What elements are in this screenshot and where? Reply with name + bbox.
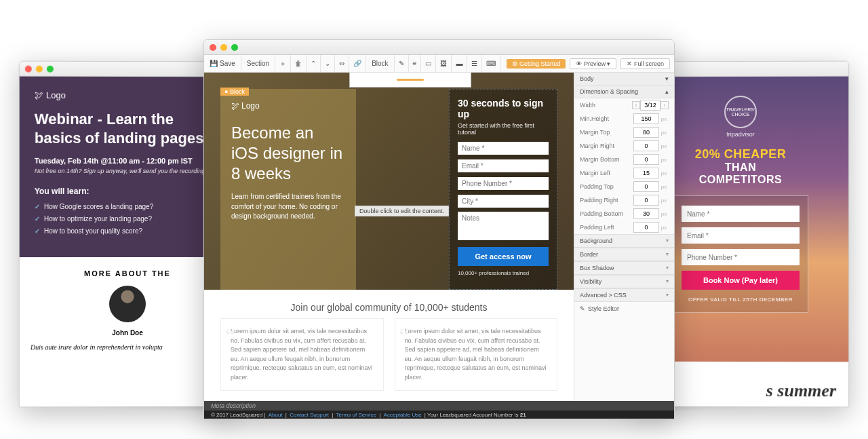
properties-panel: Body▾ Dimension & Spacing▴ Width ‹ › Min… (574, 73, 674, 401)
block-button[interactable]: Block (366, 55, 394, 73)
promo-line-2: THAN (648, 161, 833, 174)
minimize-icon[interactable] (220, 44, 227, 51)
expand-icon[interactable]: ⇔ (335, 55, 349, 73)
style-editor-button[interactable]: ✎ Style Editor (574, 302, 674, 316)
prop-input[interactable] (633, 168, 659, 178)
prop-input[interactable] (633, 140, 659, 151)
prop-row: Min.Heightpx (574, 112, 674, 126)
section-button[interactable]: Section (241, 55, 275, 73)
prop-input[interactable] (633, 208, 659, 219)
width-row: Width ‹ › (574, 98, 674, 112)
prop-row: Padding Toppx (574, 180, 674, 193)
logo: 🕊 Logo (231, 101, 345, 111)
phone-field[interactable] (682, 249, 800, 265)
list-icon[interactable]: ≡ (409, 55, 422, 73)
prop-section[interactable]: Visibility (574, 275, 674, 288)
city-field[interactable] (458, 195, 549, 208)
button-icon[interactable]: ▬ (452, 55, 467, 73)
logo: 🕊 Logo (35, 90, 220, 101)
prop-row: Padding Leftpx (574, 221, 674, 234)
offer-text: OFFER VALID TILL 25TH DECEMBER (682, 297, 800, 303)
prop-row: Margin Rightpx (574, 139, 674, 153)
image-icon[interactable]: 🖼 (436, 55, 452, 73)
text-block-icon[interactable]: ▭ (421, 55, 436, 73)
fullscreen-button[interactable]: ✕ Full screen (620, 58, 670, 69)
webinar-date: Tuesday, Feb 14th @11:00 am - 12:00 pm I… (35, 157, 220, 165)
testimonial: Lorem ipsum dolor sit amet, vis tale nec… (395, 318, 558, 391)
bullet-item: How to boost your quality score? (35, 227, 220, 235)
selector-dropdown[interactable]: Body▾ (574, 73, 674, 85)
book-now-button[interactable]: Book Now (Pay later) (682, 271, 800, 290)
testimonial: Lorem ipsum dolor sit amet, vis tale nec… (220, 318, 384, 391)
prop-input[interactable] (633, 222, 659, 233)
name-field[interactable] (682, 206, 800, 222)
form-title: 30 seconds to sign up (458, 98, 549, 119)
link-icon[interactable]: 🔗 (349, 55, 366, 73)
add-icon[interactable]: ＋ (275, 55, 291, 73)
width-stepper-left[interactable]: ‹ (632, 101, 640, 109)
hero-subtext[interactable]: Learn from certified trainers from the c… (231, 192, 345, 222)
dimension-section[interactable]: Dimension & Spacing▴ (574, 85, 674, 98)
prop-input[interactable] (633, 195, 659, 206)
name-field[interactable] (458, 142, 549, 155)
prop-row: Padding Bottompx (574, 207, 674, 221)
webinar-note: Not free on 14th? Sign up anyway, we'll … (35, 168, 220, 174)
width-stepper-right[interactable]: › (660, 101, 669, 109)
footer-bar: © 2017 LeadSquared | About | Contact Sup… (204, 411, 674, 419)
get-access-button[interactable]: Get access now (458, 247, 549, 266)
prop-row: Margin Leftpx (574, 166, 674, 180)
prop-section[interactable]: Box Shadow (574, 261, 674, 275)
community-heading: Join our global community of 10,000+ stu… (204, 290, 574, 318)
editor-window: 💾 Save Section ＋ 🗑 ⌃ ⌄ ⇔ 🔗 Block ✎ ≡ ▭ 🖼… (203, 39, 675, 419)
prop-row: Margin Bottompx (574, 153, 674, 166)
headline-column[interactable]: ● Block 🕊 Logo Become an iOS designer in… (220, 89, 356, 290)
form-icon[interactable]: ☰ (467, 55, 482, 73)
close-icon[interactable] (210, 44, 216, 51)
email-field[interactable] (458, 159, 549, 172)
bullet-item: How to optimize your landing page? (35, 215, 220, 223)
bullet-item: How Google scores a landing page? (35, 203, 220, 210)
titlebar (204, 40, 674, 55)
code-icon[interactable]: ⌨ (482, 55, 500, 73)
footer-link[interactable]: Contact Support (290, 412, 329, 418)
prop-section[interactable]: Advanced > CSS (574, 288, 674, 302)
canvas[interactable]: ● Block 🕊 Logo Become an iOS designer in… (204, 73, 574, 401)
minimize-icon[interactable] (36, 66, 43, 73)
prop-section[interactable]: Border (574, 248, 674, 261)
prop-section[interactable]: Background (574, 234, 674, 248)
save-button[interactable]: 💾 Save (204, 55, 241, 73)
footer-link[interactable]: Terms of Service (336, 412, 377, 418)
prop-input[interactable] (633, 127, 659, 138)
prop-input[interactable] (633, 154, 659, 165)
width-input[interactable] (640, 100, 660, 111)
footer-link[interactable]: About (269, 412, 283, 418)
selection-handle[interactable] (349, 73, 471, 88)
webinar-headline: Webinar - Learn the basics of landing pa… (35, 110, 220, 147)
preview-button[interactable]: 👁 Preview ▾ (570, 58, 616, 69)
delete-icon[interactable]: 🗑 (291, 55, 307, 73)
editor-toolbar: 💾 Save Section ＋ 🗑 ⌃ ⌄ ⇔ 🔗 Block ✎ ≡ ▭ 🖼… (204, 55, 674, 73)
move-down-icon[interactable]: ⌄ (321, 55, 335, 73)
getting-started-button[interactable]: ⚙ Getting Started (507, 59, 566, 69)
signup-form[interactable]: 30 seconds to sign up Get started with t… (449, 89, 557, 290)
maximize-icon[interactable] (231, 44, 238, 51)
maximize-icon[interactable] (47, 66, 54, 73)
booking-form: Book Now (Pay later) OFFER VALID TILL 25… (673, 195, 808, 313)
phone-field[interactable] (458, 177, 549, 190)
edit-hint-tooltip: Double click to edit the content. (355, 206, 449, 216)
notes-field[interactable] (458, 212, 549, 240)
edit-icon[interactable]: ✎ (395, 55, 409, 73)
meta-bar[interactable]: Meta description (204, 401, 674, 411)
close-icon[interactable] (25, 66, 32, 73)
footer-link[interactable]: Acceptable Use (384, 412, 422, 418)
promo-line-3: COMPETITORS (648, 174, 833, 186)
move-up-icon[interactable]: ⌃ (307, 55, 321, 73)
block-tag: ● Block (220, 88, 249, 96)
hero-headline[interactable]: Become an iOS designer in 8 weeks (231, 123, 345, 184)
prop-row: Margin Toppx (574, 126, 674, 139)
prop-input[interactable] (633, 113, 659, 124)
learn-title: You will learn: (35, 187, 220, 196)
prop-input[interactable] (633, 181, 659, 192)
prop-row: Padding Rightpx (574, 193, 674, 207)
email-field[interactable] (682, 227, 800, 244)
